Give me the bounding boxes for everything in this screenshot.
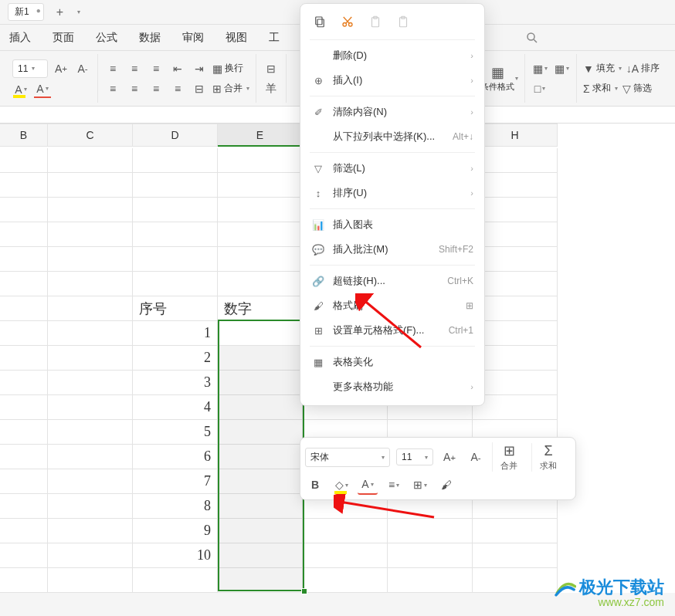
data-seq[interactable]: 8: [133, 494, 218, 519]
cell[interactable]: [0, 173, 48, 198]
cell[interactable]: [218, 247, 303, 272]
cell[interactable]: [473, 519, 558, 543]
cell[interactable]: [133, 198, 218, 222]
cell[interactable]: [48, 469, 133, 494]
col-header-d[interactable]: D: [133, 124, 218, 147]
cell[interactable]: [133, 568, 218, 593]
cell[interactable]: [0, 371, 48, 395]
menu-insert[interactable]: 插入: [9, 31, 31, 45]
justify-icon[interactable]: ≡: [169, 80, 186, 97]
ctx-sort[interactable]: ↕排序(U)›: [300, 181, 484, 205]
cell[interactable]: [48, 148, 133, 173]
menu-tools[interactable]: 工: [269, 31, 280, 45]
cell[interactable]: [0, 272, 48, 296]
cell[interactable]: [48, 420, 133, 445]
cell[interactable]: [0, 568, 48, 593]
cell[interactable]: [48, 494, 133, 519]
cell[interactable]: [473, 346, 558, 371]
cell[interactable]: [133, 173, 218, 198]
cell[interactable]: [0, 543, 48, 568]
add-tab-button[interactable]: +: [52, 5, 68, 19]
data-seq[interactable]: 6: [133, 445, 218, 469]
cell[interactable]: [48, 346, 133, 371]
data-num[interactable]: [218, 445, 303, 469]
ctx-comment[interactable]: 💬插入批注(M)Shift+F2: [300, 237, 484, 262]
data-seq[interactable]: 3: [133, 371, 218, 395]
cell[interactable]: [48, 321, 133, 346]
cell[interactable]: [0, 346, 48, 371]
mini-format-painter-icon[interactable]: 🖌: [436, 475, 456, 495]
align-top-icon[interactable]: ≡: [104, 60, 121, 77]
align-center-icon[interactable]: ≡: [126, 80, 143, 97]
cell[interactable]: [218, 222, 303, 247]
header-num[interactable]: 数字: [218, 296, 303, 321]
cell[interactable]: [473, 568, 558, 593]
cell[interactable]: [218, 272, 303, 296]
menu-formula[interactable]: 公式: [96, 31, 117, 45]
cell[interactable]: [48, 519, 133, 543]
cell[interactable]: [133, 148, 218, 173]
data-seq[interactable]: 5: [133, 420, 218, 445]
mini-sum-group[interactable]: Σ 求和: [531, 443, 565, 472]
menu-review[interactable]: 审阅: [182, 31, 204, 45]
cell[interactable]: [473, 543, 558, 568]
cut-icon[interactable]: [339, 13, 356, 30]
filter-button[interactable]: ▽筛选: [622, 80, 652, 97]
search-icon[interactable]: [525, 31, 539, 45]
data-num[interactable]: [218, 420, 303, 445]
font-size-select[interactable]: 11▾: [12, 59, 48, 78]
cell[interactable]: [0, 198, 48, 222]
cell[interactable]: [48, 247, 133, 272]
data-seq[interactable]: 4: [133, 395, 218, 420]
ctx-chart[interactable]: 📊插入图表: [300, 212, 484, 237]
ctx-clear[interactable]: ✐清除内容(N)›: [300, 100, 484, 124]
align-bottom-icon[interactable]: ≡: [148, 60, 165, 77]
data-seq[interactable]: 7: [133, 469, 218, 494]
mini-font-size-select[interactable]: 11▾: [396, 448, 433, 465]
sort-button[interactable]: ↓A排序: [626, 60, 660, 77]
data-seq[interactable]: 2: [133, 346, 218, 371]
mini-align-icon[interactable]: ≡▾: [384, 475, 404, 495]
add-tab-dropdown[interactable]: ▾: [77, 8, 80, 15]
indent-increase-icon[interactable]: ⇥: [191, 60, 208, 77]
cell[interactable]: [473, 198, 558, 222]
merge-button[interactable]: ⊞合并▾: [212, 80, 249, 97]
data-seq[interactable]: 9: [133, 519, 218, 543]
cell[interactable]: [388, 543, 473, 568]
cell[interactable]: [473, 148, 558, 173]
cell[interactable]: [48, 543, 133, 568]
cell[interactable]: [218, 198, 303, 222]
wrap-text-button[interactable]: ▦换行: [212, 60, 243, 77]
cell[interactable]: [0, 420, 48, 445]
distribute-icon[interactable]: ⊟: [191, 80, 208, 97]
col-header-b[interactable]: B: [0, 124, 48, 147]
cell[interactable]: [48, 222, 133, 247]
cell[interactable]: [303, 568, 388, 593]
sum-button[interactable]: Σ求和▾: [583, 80, 618, 97]
cell[interactable]: [473, 247, 558, 272]
mini-border-icon[interactable]: ⊞▾: [410, 475, 430, 495]
cell[interactable]: [473, 371, 558, 395]
ctx-more-table[interactable]: 更多表格功能›: [300, 374, 484, 399]
cell[interactable]: [0, 494, 48, 519]
data-num[interactable]: [218, 543, 303, 568]
align-right-icon[interactable]: ≡: [148, 80, 165, 97]
cell[interactable]: [473, 321, 558, 346]
indent-decrease-icon[interactable]: ⇤: [169, 60, 186, 77]
mini-highlight-icon[interactable]: ◇▾: [331, 475, 351, 495]
format-cells-icon[interactable]: □▾: [531, 80, 548, 97]
cell[interactable]: [48, 371, 133, 395]
cell[interactable]: [0, 519, 48, 543]
cell[interactable]: [473, 173, 558, 198]
copy-icon[interactable]: [311, 13, 328, 30]
data-num[interactable]: [218, 494, 303, 519]
col-header-c[interactable]: C: [48, 124, 133, 147]
data-num[interactable]: [218, 519, 303, 543]
ctx-delete[interactable]: 删除(D)›: [300, 43, 484, 68]
cell[interactable]: [48, 272, 133, 296]
data-num[interactable]: [218, 395, 303, 420]
col-header-e[interactable]: E: [218, 124, 303, 147]
mini-font-color-icon[interactable]: A▾: [358, 475, 378, 495]
menu-data[interactable]: 数据: [139, 31, 161, 45]
ctx-dropdown-select[interactable]: 从下拉列表中选择(K)...Alt+↓: [300, 124, 484, 149]
